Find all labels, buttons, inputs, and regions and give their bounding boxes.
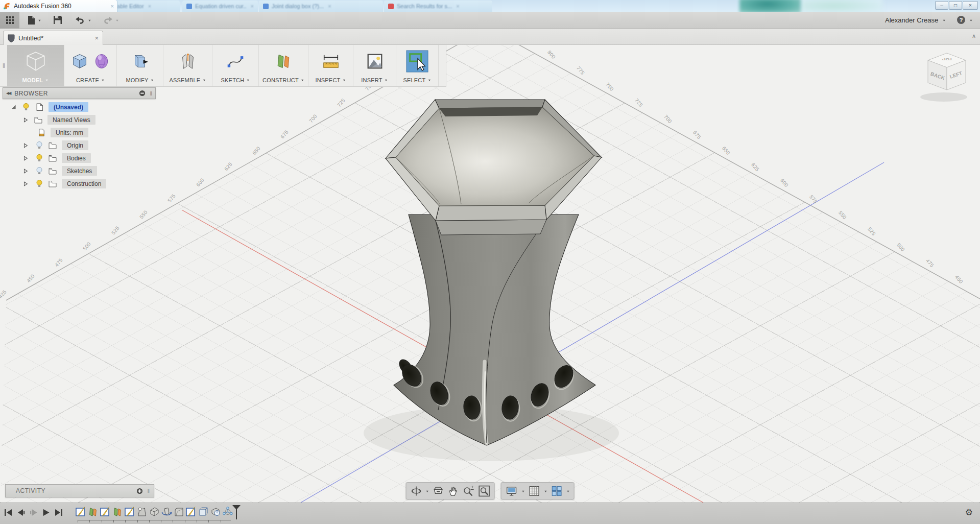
file-button[interactable] — [28, 16, 35, 25]
viewports-icon[interactable] — [551, 485, 563, 497]
timeline-feature-sketch[interactable] — [100, 506, 111, 518]
help-button[interactable]: ? — [957, 16, 965, 24]
browser-item-sketches[interactable]: Sketches — [3, 166, 156, 176]
timeline-feature-loft[interactable] — [136, 506, 148, 518]
model-icon[interactable] — [24, 51, 47, 72]
activity-bar[interactable]: ACTIVITY ‖ — [5, 484, 154, 497]
ribbon-menu-label[interactable]: SELECT▼ — [403, 77, 431, 83]
display-settings-caret-icon[interactable]: ▼ — [521, 489, 525, 492]
browser-item-units-mm[interactable]: Units: mm — [3, 128, 156, 137]
3d-viewport[interactable]: 8258258008007757757507507257257007006756… — [0, 45, 980, 503]
ribbon-menu-assemble[interactable]: ASSEMBLE▼ — [163, 45, 212, 86]
undo-button[interactable] — [75, 16, 85, 24]
close-document-icon[interactable]: × — [94, 34, 99, 42]
visibility-bulb-off-icon[interactable] — [34, 141, 44, 150]
assemble-icon[interactable] — [178, 51, 198, 72]
user-name[interactable]: Alexander Crease — [885, 16, 938, 24]
close-tab-icon[interactable]: × — [148, 3, 151, 9]
remove-panel-icon[interactable] — [139, 90, 146, 97]
visibility-bulb-on-icon[interactable] — [34, 179, 44, 188]
step-forward-button[interactable] — [30, 509, 38, 516]
browser-panel-header[interactable]: ◀◀ BROWSER ‖ — [3, 87, 156, 99]
add-activity-icon[interactable] — [136, 488, 143, 494]
viewcube[interactable]: TOP BACK LEFT — [916, 48, 980, 105]
look-at-icon[interactable] — [433, 485, 444, 497]
ribbon-menu-label[interactable]: INSPECT▼ — [315, 77, 346, 83]
create-gem-icon[interactable] — [92, 52, 111, 71]
visibility-bulb-on-icon[interactable] — [34, 154, 44, 162]
browser-item-bodies[interactable]: Bodies — [3, 153, 156, 163]
background-browser-tab[interactable]: Equation driven cur...× — [182, 1, 258, 12]
redo-dropdown-caret-icon[interactable]: ▼ — [115, 18, 119, 21]
active-app-tab[interactable]: Autodesk Fusion 360 × — [0, 0, 117, 12]
sketch-icon[interactable] — [226, 52, 245, 70]
close-tab-icon[interactable]: × — [111, 3, 114, 9]
browser-item-label[interactable]: Construction — [62, 179, 106, 188]
ribbon-menu-construct[interactable]: CONSTRUCT▼ — [259, 45, 308, 86]
modify-icon[interactable] — [130, 52, 150, 71]
collapse-panel-icon[interactable]: ◀◀ — [6, 91, 10, 96]
collapsed-twist-icon[interactable] — [21, 117, 30, 123]
ribbon-menu-label[interactable]: CREATE▼ — [76, 77, 105, 83]
display-settings-icon[interactable] — [506, 485, 518, 497]
collapsed-twist-icon[interactable] — [21, 181, 30, 187]
document-tab[interactable]: Untitled* × — [3, 31, 103, 45]
grid-settings-caret-icon[interactable]: ▼ — [544, 489, 547, 492]
ribbon-menu-inspect[interactable]: INSPECT▼ — [308, 45, 353, 86]
timeline-feature-form[interactable] — [222, 506, 233, 518]
browser-item-construction[interactable]: Construction — [3, 179, 156, 188]
orbit-caret-icon[interactable]: ▼ — [425, 489, 429, 492]
ribbon-menu-label[interactable]: ASSEMBLE▼ — [169, 77, 206, 83]
close-tab-icon[interactable]: × — [328, 3, 331, 9]
collapsed-twist-icon[interactable] — [21, 155, 30, 161]
browser-item-label[interactable]: Sketches — [62, 166, 97, 176]
timeline-feature-circular-pattern[interactable] — [210, 506, 221, 518]
browser-item-label[interactable]: Units: mm — [51, 128, 88, 137]
ribbon-menu-sketch[interactable]: SKETCH▼ — [212, 45, 259, 86]
collapsed-twist-icon[interactable] — [21, 142, 30, 149]
collapsed-twist-icon[interactable] — [21, 168, 30, 174]
ribbon-menu-label[interactable]: CONSTRUCT▼ — [262, 77, 304, 83]
orbit-icon[interactable] — [410, 485, 422, 497]
timeline-feature-sketch[interactable] — [124, 506, 135, 518]
background-browser-tab[interactable]: Search Results for s...× — [384, 1, 492, 12]
background-browser-tab[interactable]: Joint dialog box (?)...× — [259, 1, 383, 12]
browser-item-label[interactable]: Origin — [62, 140, 88, 150]
ribbon-menu-select[interactable]: SELECT▼ — [396, 45, 439, 86]
maximize-button[interactable]: □ — [949, 1, 962, 10]
undo-dropdown-caret-icon[interactable]: ▼ — [88, 18, 91, 21]
browser-item-unsaved[interactable]: (Unsaved) — [3, 102, 156, 112]
timeline-feature-plane[interactable] — [112, 506, 123, 518]
ribbon-menu-create[interactable]: CREATE▼ — [64, 45, 117, 86]
timeline-feature-fillet[interactable] — [173, 506, 184, 518]
file-dropdown-caret-icon[interactable]: ▼ — [38, 18, 41, 21]
select-icon[interactable] — [406, 50, 428, 73]
user-dropdown-caret-icon[interactable]: ▼ — [942, 18, 946, 21]
panel-grip-icon[interactable]: ‖ — [147, 488, 150, 494]
close-tab-icon[interactable]: × — [251, 3, 254, 9]
timeline-feature-sketch[interactable] — [75, 506, 86, 518]
expanded-twist-icon[interactable] — [9, 104, 18, 110]
save-button[interactable] — [54, 16, 62, 24]
inspect-icon[interactable] — [320, 52, 342, 71]
fit-zoom-icon[interactable] — [479, 485, 490, 497]
help-dropdown-caret-icon[interactable]: ▼ — [969, 18, 973, 21]
close-tab-icon[interactable]: × — [456, 3, 459, 9]
minimize-button[interactable]: – — [935, 1, 948, 10]
visibility-bulb-off-icon[interactable] — [34, 166, 44, 175]
timeline-position-marker-handle[interactable] — [232, 505, 241, 510]
app-grid-button[interactable] — [0, 12, 19, 29]
toolbar-collapse-icon[interactable]: ∧ — [972, 33, 976, 39]
ribbon-menu-insert[interactable]: INSERT▼ — [353, 45, 396, 86]
ribbon-grip-icon[interactable]: ‖ — [0, 45, 7, 86]
timeline-feature-plane[interactable] — [87, 506, 99, 518]
browser-item-label[interactable]: Named Views — [47, 115, 95, 125]
timeline-feature-chamfer[interactable] — [149, 506, 160, 518]
ribbon-menu-label[interactable]: INSERT▼ — [361, 77, 388, 83]
skip-start-button[interactable] — [4, 509, 12, 516]
panel-grip-icon[interactable]: ‖ — [150, 90, 152, 97]
pan-icon[interactable] — [448, 485, 459, 497]
browser-item-label[interactable]: Bodies — [62, 153, 91, 163]
zoom-icon[interactable] — [463, 485, 475, 497]
insert-icon[interactable] — [365, 52, 385, 71]
